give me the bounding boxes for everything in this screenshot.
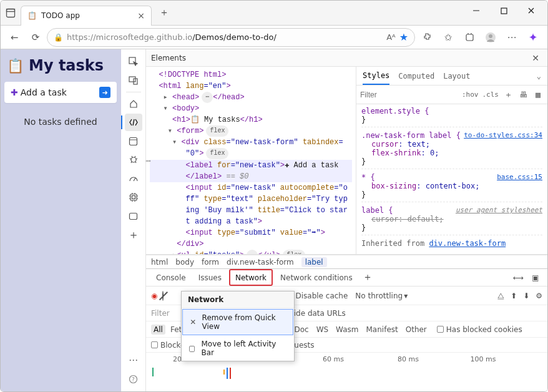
more-icon[interactable]: ⋯: [501, 27, 522, 47]
filter-wasm[interactable]: Wasm: [333, 325, 361, 335]
tab-issues[interactable]: Issues: [193, 269, 227, 286]
styles-filter-input[interactable]: [360, 91, 458, 99]
svg-rect-6: [466, 34, 473, 41]
wifi-icon[interactable]: ⧋: [497, 292, 504, 300]
chevron-down-icon[interactable]: ⌄: [537, 72, 541, 81]
add-tool-icon[interactable]: ＋: [125, 226, 142, 243]
gutter-actions-icon[interactable]: ⋯: [146, 155, 151, 166]
dom-breadcrumb[interactable]: html body form div.new-task-form label: [146, 255, 547, 268]
network-context-menu: Network ✕Remove from Quick View ▢Move to…: [181, 291, 295, 361]
memory-icon[interactable]: [125, 189, 142, 206]
page-heading: 📋My tasks: [4, 53, 117, 82]
filter-ws[interactable]: WS: [314, 325, 331, 335]
filter-all[interactable]: All: [151, 325, 165, 335]
svg-point-10: [489, 34, 492, 38]
window-maximize[interactable]: [490, 1, 517, 21]
browser-tab[interactable]: 📋 TODO app ×: [21, 6, 152, 26]
new-style-icon[interactable]: ＋: [502, 89, 514, 100]
tab-favicon: 📋: [27, 11, 36, 20]
record-icon[interactable]: ◉: [151, 292, 157, 300]
tab-net-conditions[interactable]: Network conditions: [275, 269, 358, 286]
svg-rect-0: [7, 9, 15, 17]
svg-line-17: [134, 178, 135, 181]
add-task-input[interactable]: ✚Add a task ➜: [4, 82, 117, 103]
tab-title: TODO app: [41, 11, 131, 20]
add-task-label: ✚Add a task: [11, 87, 67, 97]
filter-other[interactable]: Other: [403, 325, 429, 335]
welcome-icon[interactable]: [125, 95, 142, 112]
svg-text:?: ?: [132, 376, 135, 383]
drawer-add-tab-icon[interactable]: ＋: [360, 271, 375, 284]
source-link[interactable]: base.css:15: [497, 173, 542, 181]
drawer-tabs: Console Issues Network Network condition…: [146, 269, 547, 287]
url-box[interactable]: 🔒 https://microsoftedge.github.io/Demos/…: [47, 28, 415, 47]
filter-manifest[interactable]: Manifest: [364, 325, 401, 335]
device-toolbar-icon[interactable]: [125, 72, 142, 89]
submit-task-icon[interactable]: ➜: [99, 87, 110, 98]
collections-icon[interactable]: [459, 27, 480, 47]
upload-icon[interactable]: ⬆: [511, 292, 517, 300]
copilot-icon[interactable]: ✦: [522, 27, 544, 47]
style-rules[interactable]: element.style {} .new-task-form label {t…: [356, 104, 547, 254]
devtools-header: Elements ✕: [146, 49, 547, 67]
tab-close-icon[interactable]: ×: [136, 11, 146, 21]
settings-gear-icon[interactable]: ⚙: [536, 292, 542, 300]
tab-styles[interactable]: Styles: [363, 67, 389, 85]
tab-computed[interactable]: Computed: [398, 72, 434, 81]
network-filter-input[interactable]: Filter: [151, 309, 170, 318]
filter-doc[interactable]: Doc: [291, 325, 311, 335]
clipboard-icon: 📋: [7, 58, 24, 74]
download-icon[interactable]: ⬇: [523, 292, 529, 300]
lock-icon: 🔒: [54, 33, 63, 42]
devtools-close-icon[interactable]: ✕: [529, 51, 542, 65]
extensions-icon[interactable]: [416, 27, 438, 47]
svg-rect-28: [130, 213, 137, 219]
drawer-expand-icon[interactable]: ⟷: [511, 273, 525, 282]
styles-filter-bar: :hov .cls ＋ 🖶 ▦: [356, 86, 547, 104]
page-title: My tasks: [29, 57, 104, 74]
svg-point-16: [131, 157, 136, 162]
clear-icon[interactable]: [162, 292, 164, 300]
tab-network[interactable]: Network: [229, 269, 273, 286]
performance-icon[interactable]: [125, 170, 142, 187]
context-menu-title: Network: [182, 292, 294, 308]
hov-toggle[interactable]: :hov: [462, 91, 479, 99]
back-button[interactable]: ←: [4, 27, 24, 47]
sources-icon[interactable]: [125, 151, 142, 169]
window-minimize[interactable]: [462, 1, 490, 21]
devtools-activity-bar: ＋ ⋯ ?: [121, 49, 146, 391]
svg-rect-3: [501, 8, 507, 14]
source-link[interactable]: to-do-styles.css:34: [464, 131, 542, 139]
ctx-move-left[interactable]: ▢Move to left Activity Bar: [182, 336, 294, 361]
application-icon[interactable]: [125, 132, 142, 150]
tab-layout[interactable]: Layout: [443, 72, 470, 81]
more-options-icon[interactable]: ⋯: [125, 351, 142, 369]
remove-icon: ✕: [189, 318, 197, 326]
flex-icon[interactable]: ▦: [532, 90, 544, 99]
help-icon[interactable]: ?: [125, 370, 142, 388]
svg-rect-19: [132, 196, 135, 199]
favorite-icon[interactable]: ★: [399, 31, 408, 43]
cls-toggle[interactable]: .cls: [482, 91, 499, 99]
refresh-button[interactable]: ⟳: [26, 27, 46, 47]
device-icon[interactable]: 🖶: [517, 90, 529, 99]
reading-mode-icon[interactable]: Aᴬ: [386, 32, 396, 42]
favorites-icon[interactable]: ✩: [438, 27, 459, 47]
throttling-dropdown[interactable]: No throttling ▾: [353, 292, 410, 300]
profile-icon[interactable]: [480, 27, 501, 47]
more-tools-icon[interactable]: [125, 207, 142, 225]
window-close[interactable]: [517, 1, 545, 21]
new-tab-button[interactable]: ＋: [155, 4, 173, 22]
tab-console[interactable]: Console: [151, 269, 191, 286]
page-content: 📋My tasks ✚Add a task ➜ No tasks defined: [1, 49, 121, 391]
inspect-element-icon[interactable]: [125, 53, 142, 71]
dom-tree[interactable]: ⋯ <!DOCTYPE html> <html lang="en"> ▸ <he…: [146, 67, 356, 254]
ctx-remove-quick-view[interactable]: ✕Remove from Quick View: [182, 309, 293, 335]
blocked-cookies[interactable]: Has blocked cookies: [437, 325, 522, 334]
svg-rect-14: [130, 137, 137, 145]
hide-urls[interactable]: Hide data URLs: [288, 309, 346, 318]
drawer-dock-icon[interactable]: ▣: [529, 273, 542, 282]
plus-icon: ✚: [11, 87, 18, 97]
disable-cache[interactable]: Disable cache: [286, 292, 348, 300]
elements-icon[interactable]: [125, 114, 142, 131]
